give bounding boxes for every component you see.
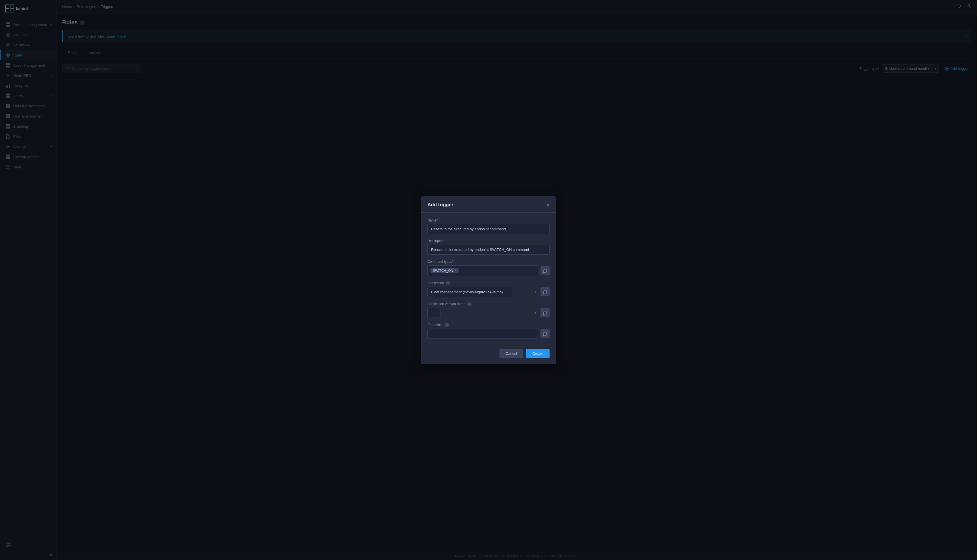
cancel-button[interactable]: Cancel: [499, 349, 523, 358]
command-type-tag-switch-on: SWITCH_ON ×: [431, 268, 459, 273]
application-select-wrapper: Fleet management (c25bs9ugul2l1s49ajmg) …: [428, 287, 538, 297]
endpoints-field-group: Endpoints ?: [428, 323, 549, 339]
command-types-row: SWITCH_ON ×: [428, 265, 549, 276]
application-copy-button[interactable]: [541, 287, 549, 297]
modal-body: Name* Description Command types* SWITCH_…: [421, 213, 556, 344]
add-trigger-modal: Add trigger × Name* Description Command …: [421, 197, 556, 364]
application-select[interactable]: Fleet management (c25bs9ugul2l1s49ajmg): [428, 287, 512, 297]
name-label: Name*: [428, 218, 549, 222]
svg-rect-51: [543, 291, 546, 294]
modal-title: Add trigger: [428, 202, 453, 208]
application-row: Fleet management (c25bs9ugul2l1s49ajmg) …: [428, 287, 549, 297]
tag-close-icon[interactable]: ×: [454, 269, 456, 273]
modal-close-button[interactable]: ×: [546, 202, 549, 208]
modal-footer: Cancel Create: [421, 344, 556, 364]
chevron-down-icon: ▾: [534, 312, 536, 315]
endpoints-input[interactable]: [428, 329, 538, 339]
create-button[interactable]: Create: [526, 349, 549, 358]
endpoints-copy-button[interactable]: [541, 329, 549, 338]
name-input[interactable]: [428, 224, 549, 234]
application-help-icon[interactable]: ?: [446, 281, 450, 285]
svg-rect-55: [543, 333, 546, 336]
command-types-copy-button[interactable]: [541, 266, 549, 275]
app-version-select[interactable]: [428, 308, 441, 318]
command-types-tag-input[interactable]: SWITCH_ON ×: [428, 265, 538, 276]
application-field-group: Application ? Fleet management (c25bs9ug…: [428, 281, 549, 297]
app-version-select-wrapper: ▾: [428, 308, 538, 318]
modal-overlay[interactable]: Add trigger × Name* Description Command …: [0, 0, 977, 560]
app-version-label: Application version name ?: [428, 302, 549, 306]
command-types-label: Command types*: [428, 260, 549, 263]
app-version-copy-button[interactable]: [541, 308, 549, 317]
command-types-field-group: Command types* SWITCH_ON ×: [428, 260, 549, 276]
description-field-group: Description: [428, 239, 549, 255]
modal-header: Add trigger ×: [421, 197, 556, 213]
svg-rect-53: [543, 312, 546, 315]
endpoints-label: Endpoints ?: [428, 323, 549, 327]
svg-rect-49: [543, 270, 546, 273]
application-label: Application ?: [428, 281, 549, 285]
app-version-help-icon[interactable]: ?: [467, 302, 471, 306]
name-field-group: Name*: [428, 218, 549, 234]
endpoints-help-icon[interactable]: ?: [445, 323, 449, 327]
app-version-field-group: Application version name ? ▾: [428, 302, 549, 318]
description-input[interactable]: [428, 245, 549, 255]
description-label: Description: [428, 239, 549, 243]
endpoints-row: [428, 329, 549, 339]
app-version-row: ▾: [428, 308, 549, 318]
chevron-down-icon: ▾: [534, 290, 536, 293]
